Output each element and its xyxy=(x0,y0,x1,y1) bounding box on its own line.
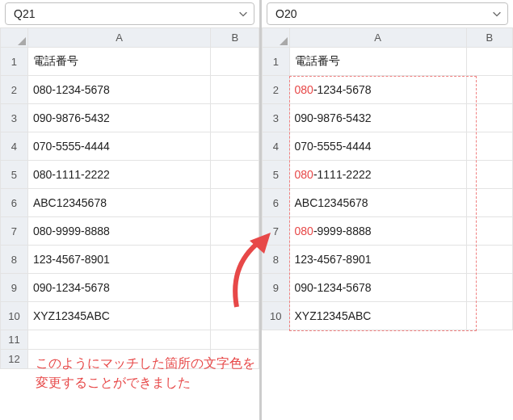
cell[interactable]: 080-1111-2222 xyxy=(289,161,466,189)
cell[interactable] xyxy=(27,330,211,350)
cell[interactable] xyxy=(211,217,259,246)
row-header[interactable]: 1 xyxy=(1,48,28,76)
row-header[interactable]: 6 xyxy=(263,189,290,217)
cell[interactable]: 090-9876-5432 xyxy=(27,104,211,132)
cell[interactable] xyxy=(466,302,512,330)
row-header[interactable]: 2 xyxy=(1,76,28,104)
select-all-corner[interactable] xyxy=(1,28,28,48)
cell-text: 070-5555-4444 xyxy=(295,140,372,153)
cell-text: -9999-8888 xyxy=(313,225,372,237)
cell[interactable] xyxy=(466,246,512,274)
annotation-caption: このようにマッチした箇所の文字色を 変更することができました xyxy=(36,354,255,393)
row-header[interactable]: 6 xyxy=(1,189,28,217)
chevron-down-icon xyxy=(238,8,249,19)
highlight-span: 080 xyxy=(295,168,313,181)
row-header[interactable]: 5 xyxy=(1,161,28,189)
row-header[interactable]: 4 xyxy=(263,132,290,161)
spreadsheet-after: O20 A B 1 電話番号 2080-1234-5678 3090-9876-… xyxy=(262,0,513,330)
row-header[interactable]: 4 xyxy=(1,132,28,161)
row-header[interactable]: 9 xyxy=(1,274,28,302)
cell[interactable] xyxy=(466,132,512,161)
name-box[interactable]: Q21 xyxy=(5,2,254,25)
name-box-value: Q21 xyxy=(14,7,238,20)
cell[interactable]: 電話番号 xyxy=(27,48,211,76)
cell[interactable] xyxy=(211,161,259,189)
cell[interactable]: 080-1234-5678 xyxy=(289,76,466,104)
cell-text: -1234-5678 xyxy=(313,83,372,96)
cell-text: ABC12345678 xyxy=(295,196,368,209)
col-header-B[interactable]: B xyxy=(466,28,512,48)
cell[interactable]: ABC12345678 xyxy=(27,189,211,217)
select-all-corner[interactable] xyxy=(263,28,290,48)
row-header[interactable]: 8 xyxy=(1,246,28,274)
cell[interactable]: 123-4567-8901 xyxy=(289,246,466,274)
name-box-value: O20 xyxy=(275,7,491,20)
cell[interactable]: 090-1234-5678 xyxy=(289,274,466,302)
name-box[interactable]: O20 xyxy=(267,2,508,25)
cell[interactable]: ABC12345678 xyxy=(289,189,466,217)
cell[interactable] xyxy=(466,217,512,246)
row-header[interactable]: 3 xyxy=(1,104,28,132)
cell[interactable] xyxy=(211,48,259,76)
chevron-down-icon xyxy=(491,8,502,19)
row-header[interactable]: 8 xyxy=(263,246,290,274)
row-header[interactable]: 2 xyxy=(263,76,290,104)
caption-line: 変更することができました xyxy=(36,376,191,389)
cell[interactable] xyxy=(211,330,259,350)
cell[interactable]: 080-9999-8888 xyxy=(289,217,466,246)
cell[interactable]: 090-9876-5432 xyxy=(289,104,466,132)
cell-text: -1111-2222 xyxy=(313,168,372,181)
cell[interactable] xyxy=(466,189,512,217)
col-header-B[interactable]: B xyxy=(211,28,259,48)
cell-text: 090-9876-5432 xyxy=(295,111,372,124)
cell[interactable] xyxy=(466,104,512,132)
cell[interactable]: XYZ12345ABC xyxy=(289,302,466,330)
cell[interactable]: 080-9999-8888 xyxy=(27,217,211,246)
grid-after[interactable]: A B 1 電話番号 2080-1234-5678 3090-9876-5432… xyxy=(262,27,513,330)
cell-text: 090-1234-5678 xyxy=(295,281,372,294)
col-header-A[interactable]: A xyxy=(289,28,466,48)
row-header[interactable]: 7 xyxy=(263,217,290,246)
row-header[interactable]: 1 xyxy=(263,48,290,76)
row-header[interactable]: 5 xyxy=(263,161,290,189)
row-header[interactable]: 7 xyxy=(1,217,28,246)
cell[interactable]: 070-5555-4444 xyxy=(27,132,211,161)
cell[interactable] xyxy=(466,76,512,104)
cell[interactable] xyxy=(211,246,259,274)
highlight-span: 080 xyxy=(295,83,313,96)
cell-text: 123-4567-8901 xyxy=(295,253,372,266)
cell-text: XYZ12345ABC xyxy=(295,309,372,322)
cell[interactable] xyxy=(211,302,259,330)
cell[interactable] xyxy=(466,274,512,302)
cell[interactable] xyxy=(211,189,259,217)
highlight-span: 080 xyxy=(295,225,313,237)
row-header[interactable]: 11 xyxy=(1,330,28,350)
cell[interactable]: 電話番号 xyxy=(289,48,466,76)
row-header[interactable]: 3 xyxy=(263,104,290,132)
cell[interactable] xyxy=(211,104,259,132)
name-box-bar: Q21 xyxy=(0,0,259,27)
cell[interactable]: 123-4567-8901 xyxy=(27,246,211,274)
cell[interactable] xyxy=(211,132,259,161)
row-header[interactable]: 10 xyxy=(263,302,290,330)
name-box-bar: O20 xyxy=(262,0,513,27)
caption-line: このようにマッチした箇所の文字色を xyxy=(36,356,255,370)
col-header-A[interactable]: A xyxy=(27,28,211,48)
cell[interactable]: 070-5555-4444 xyxy=(289,132,466,161)
spreadsheet-before: Q21 A B 1 電話番号 2080-1234-5678 3090-9876-… xyxy=(0,0,259,369)
grid-before[interactable]: A B 1 電話番号 2080-1234-5678 3090-9876-5432… xyxy=(0,27,259,369)
row-header[interactable]: 9 xyxy=(263,274,290,302)
cell[interactable] xyxy=(466,161,512,189)
cell[interactable] xyxy=(211,274,259,302)
row-header[interactable]: 10 xyxy=(1,302,28,330)
cell[interactable]: XYZ12345ABC xyxy=(27,302,211,330)
cell[interactable]: 090-1234-5678 xyxy=(27,274,211,302)
cell[interactable]: 080-1111-2222 xyxy=(27,161,211,189)
row-header[interactable]: 12 xyxy=(1,350,28,369)
cell[interactable] xyxy=(211,76,259,104)
cell[interactable] xyxy=(466,48,512,76)
cell[interactable]: 080-1234-5678 xyxy=(27,76,211,104)
